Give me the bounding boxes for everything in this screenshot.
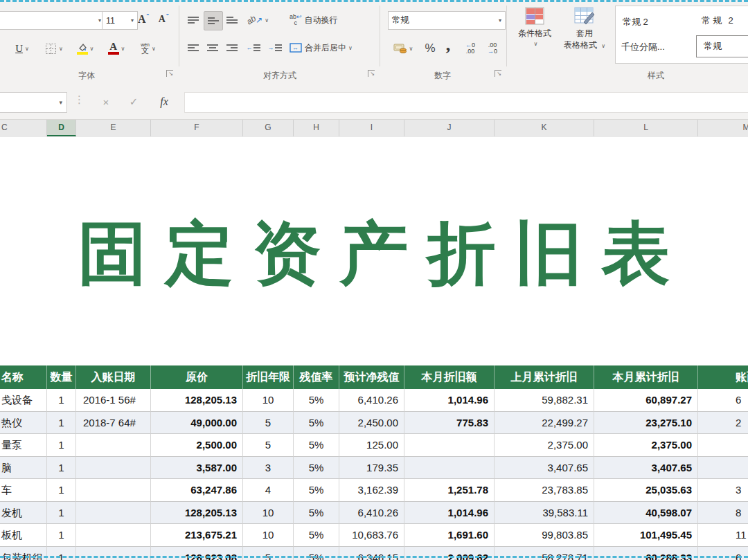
cell[interactable]: 5 — [243, 412, 294, 435]
align-top-button[interactable] — [184, 11, 202, 29]
cell[interactable]: 101,495.45 — [594, 524, 698, 547]
cell[interactable]: 1,014.96 — [404, 389, 495, 412]
cell[interactable]: 2,009.62 — [404, 547, 495, 560]
table-header-cell[interactable]: 本月折旧额 — [404, 365, 495, 389]
cell[interactable]: 5% — [294, 434, 339, 457]
font-dialog-launcher[interactable]: ↘ — [166, 70, 173, 77]
cell[interactable]: 10,683.76 — [339, 524, 404, 547]
cell[interactable] — [76, 547, 151, 560]
cell[interactable]: 22,499.27 — [495, 412, 594, 435]
cell[interactable]: 3,587.00 — [151, 457, 243, 480]
cell[interactable]: 3 — [698, 479, 748, 502]
column-header-K[interactable]: K — [495, 120, 594, 136]
cell[interactable]: 2 — [698, 412, 748, 435]
cell[interactable]: 10 — [243, 524, 294, 547]
cell[interactable]: 5% — [294, 524, 339, 547]
cell[interactable]: 6 — [698, 547, 748, 560]
cell[interactable]: 5% — [294, 412, 339, 435]
alignment-dialog-launcher[interactable]: ↘ — [368, 70, 375, 77]
underline-button[interactable]: U ∨ — [10, 38, 35, 59]
cell[interactable]: 40,598.07 — [594, 502, 698, 525]
cell[interactable] — [404, 434, 495, 457]
table-header-cell[interactable]: 预计净残值 — [339, 365, 404, 389]
table-header-cell[interactable]: 名称 — [0, 365, 47, 389]
increase-font-size-button[interactable]: A ˆ — [134, 10, 153, 29]
cell[interactable]: 1 — [47, 457, 76, 480]
cell[interactable]: 戋设备 — [0, 389, 47, 412]
cell[interactable]: 179.35 — [339, 457, 404, 480]
cell[interactable]: 23,783.85 — [495, 479, 594, 502]
font-size-combo[interactable]: 11 ▾ — [102, 11, 138, 30]
cell[interactable]: 25,035.63 — [594, 479, 698, 502]
cell[interactable]: 8 — [698, 502, 748, 525]
formula-input[interactable] — [184, 92, 748, 113]
table-header-cell[interactable]: 账面 — [698, 365, 748, 389]
cell[interactable]: 脑 — [0, 457, 47, 480]
cell[interactable]: 2,500.00 — [151, 434, 243, 457]
conditional-formatting-button[interactable]: 条件格式 ∨ — [514, 6, 555, 62]
column-header-D[interactable]: D — [47, 120, 76, 136]
cell[interactable]: 3 — [243, 457, 294, 480]
cell[interactable]: 1 — [47, 502, 76, 525]
cell[interactable]: 3,162.39 — [339, 479, 404, 502]
cell[interactable]: 125.00 — [339, 434, 404, 457]
cell[interactable]: 23,275.10 — [594, 412, 698, 435]
wrap-text-button[interactable]: ab↩ c 自动换行 — [290, 11, 366, 29]
cell[interactable] — [76, 479, 151, 502]
table-header-cell[interactable]: 残值率 — [294, 365, 339, 389]
column-header-L[interactable]: L — [594, 120, 698, 136]
column-header-G[interactable]: G — [243, 120, 294, 136]
cell-style-item-selected[interactable]: 常规 — [696, 35, 748, 57]
number-dialog-launcher[interactable]: ↘ — [495, 70, 501, 77]
cell[interactable] — [76, 434, 151, 457]
column-header-E[interactable]: E — [76, 120, 151, 136]
cell[interactable]: 5% — [294, 502, 339, 525]
cell[interactable]: 6,410.26 — [339, 389, 404, 412]
column-header-J[interactable]: J — [404, 120, 495, 136]
cell[interactable]: 775.83 — [404, 412, 495, 435]
enter-button[interactable]: ✓ — [123, 92, 144, 111]
cell[interactable]: 车 — [0, 479, 47, 502]
cell[interactable] — [698, 434, 748, 457]
cell[interactable]: 128,205.13 — [151, 389, 243, 412]
cell[interactable]: 板机 — [0, 524, 47, 547]
increase-decimal-button[interactable]: ←0 .00 — [460, 38, 481, 59]
cell-style-item[interactable]: 千位分隔... — [621, 41, 665, 53]
cell[interactable]: 2,450.00 — [339, 412, 404, 435]
cell[interactable]: 热仪 — [0, 412, 47, 435]
column-header-C[interactable]: C — [0, 120, 47, 136]
cell[interactable]: 58,278.71 — [495, 547, 594, 560]
cell[interactable]: 2018-7 64# — [76, 412, 151, 435]
font-name-combo[interactable]: ▾ — [0, 11, 105, 30]
cell[interactable]: 39,583.11 — [495, 502, 594, 525]
font-color-button[interactable]: A ∨ — [103, 38, 130, 59]
cell[interactable]: 1 — [47, 547, 76, 560]
cell[interactable]: 49,000.00 — [151, 412, 243, 435]
borders-button[interactable]: ∨ — [40, 38, 68, 59]
cell[interactable]: 5% — [294, 457, 339, 480]
cell[interactable]: 60,897.27 — [594, 389, 698, 412]
cell[interactable] — [76, 457, 151, 480]
increase-indent-button[interactable]: → — [265, 39, 285, 57]
phonetic-guide-button[interactable]: wén 文 ∨ — [134, 38, 163, 59]
decrease-font-size-button[interactable]: A ˇ — [154, 10, 173, 29]
column-header-H[interactable]: H — [294, 120, 339, 136]
format-as-table-button[interactable]: 套用 表格格式 ∨ — [560, 6, 609, 62]
cell[interactable]: 1 — [47, 434, 76, 457]
cell[interactable]: 59,882.31 — [495, 389, 594, 412]
cell[interactable]: 1 — [47, 412, 76, 435]
fill-color-button[interactable]: ∨ — [71, 38, 99, 59]
cell[interactable]: 63,247.86 — [151, 479, 243, 502]
cell[interactable]: 6 — [698, 389, 748, 412]
cell[interactable] — [698, 457, 748, 480]
cell[interactable]: 1 — [47, 479, 76, 502]
table-header-cell[interactable]: 数量 — [47, 365, 76, 389]
decrease-decimal-button[interactable]: .00 →0 — [482, 38, 503, 59]
table-header-cell[interactable]: 上月累计折旧 — [495, 365, 594, 389]
merge-center-button[interactable]: ↔ 合并后居中 ∨ — [290, 39, 375, 57]
table-header-cell[interactable]: 折旧年限 — [243, 365, 294, 389]
column-header-I[interactable]: I — [339, 120, 404, 136]
align-middle-button[interactable] — [204, 11, 223, 30]
cell[interactable] — [76, 502, 151, 525]
cell[interactable]: 包装机组 — [0, 547, 47, 560]
